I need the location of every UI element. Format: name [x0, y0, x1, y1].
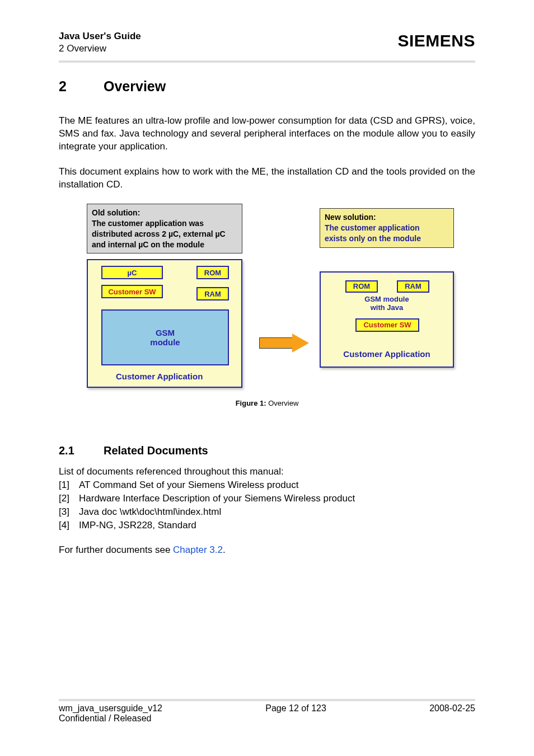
footer-center: Page 12 of 123 [265, 703, 326, 713]
figure-1: Old solution: The customer application w… [59, 204, 475, 388]
list-item: [4] IMP-NG, JSR228, Standard [59, 519, 475, 532]
old-note-line2: distributed across 2 µC, external µC [92, 229, 237, 240]
ref-text: AT Command Set of your Siemens Wireless … [79, 478, 298, 492]
paragraph-2: This document explains how to work with … [59, 166, 475, 191]
section-heading: 2.1Related Documents [59, 444, 475, 457]
gsm-java-line1: GSM module [321, 295, 453, 304]
new-note-line2: exists only on the module [325, 233, 449, 244]
gsm-java-line2: with Java [321, 303, 453, 312]
old-note-line3: and internal µC on the module [92, 240, 237, 250]
gsm-module-chip: GSM module [101, 309, 229, 365]
section-title: Related Documents [104, 444, 208, 457]
new-solution-note: New solution: The customer application e… [320, 208, 454, 248]
ref-index: [1] [59, 478, 79, 492]
brand-logo: SIEMENS [397, 30, 475, 50]
ref-index: [3] [59, 505, 79, 519]
figure-caption: Figure 1: Overview [59, 399, 475, 407]
list-item: [1] AT Command Set of your Siemens Wirel… [59, 478, 475, 492]
old-note-line1: The customer application was [92, 218, 237, 229]
figure-caption-text: Overview [266, 399, 299, 407]
list-intro: List of documents referenced throughout … [59, 466, 475, 477]
ref-text: Java doc \wtk\doc\html\index.html [79, 505, 221, 519]
ref-text: IMP-NG, JSR228, Standard [79, 519, 196, 532]
section-number: 2.1 [59, 444, 104, 457]
footer-sub: Confidential / Released [59, 713, 475, 724]
chapter-link[interactable]: Chapter 3.2 [173, 544, 223, 555]
footer-left: wm_java_usersguide_v12 [59, 703, 162, 713]
list-item: [3] Java doc \wtk\doc\html\index.html [59, 505, 475, 519]
reference-list: [1] AT Command Set of your Siemens Wirel… [59, 478, 475, 532]
header-rule [59, 60, 475, 63]
new-solution-panel: ROM RAM GSM module with Java Customer SW… [320, 271, 454, 368]
further-docs: For further documents see Chapter 3.2. [59, 544, 475, 556]
rom-chip: ROM [196, 266, 229, 279]
new-note-title: New solution: [325, 212, 449, 223]
ram-chip: RAM [196, 287, 229, 300]
further-pre: For further documents see [59, 544, 173, 555]
ram-chip-new: RAM [397, 280, 429, 293]
list-item: [2] Hardware Interface Description of yo… [59, 492, 475, 505]
uc-chip: µC [101, 266, 163, 279]
old-solution-note: Old solution: The customer application w… [87, 204, 242, 254]
ref-index: [4] [59, 519, 79, 532]
paragraph-1: The ME features an ultra-low profile and… [59, 115, 475, 153]
further-post: . [223, 544, 226, 555]
gsm-java-label: GSM module with Java [321, 295, 453, 312]
chapter-number: 2 [59, 78, 104, 95]
page-footer: wm_java_usersguide_v12 Page 12 of 123 20… [59, 699, 475, 724]
old-note-title: Old solution: [92, 208, 237, 218]
footer-right: 2008-02-25 [429, 703, 475, 713]
customer-sw-chip: Customer SW [101, 285, 163, 298]
gsm-line2: module [150, 337, 180, 347]
figure-caption-bold: Figure 1: [236, 399, 266, 407]
ref-text: Hardware Interface Description of your S… [79, 492, 355, 505]
new-note-line1: The customer application [325, 223, 449, 233]
old-solution-panel: µC ROM Customer SW RAM GSM module Custom… [87, 259, 242, 388]
arrow-icon [259, 334, 313, 353]
doc-title: Java User's Guide [59, 30, 141, 43]
customer-app-label-new: Customer Application [321, 349, 453, 359]
chapter-title: Overview [104, 78, 166, 94]
ref-index: [2] [59, 492, 79, 505]
customer-app-label: Customer Application [116, 372, 203, 381]
chapter-heading: 2Overview [59, 78, 475, 95]
doc-section: 2 Overview [59, 43, 141, 55]
rom-chip-new: ROM [345, 280, 378, 293]
footer-rule [59, 699, 475, 701]
header-left: Java User's Guide 2 Overview [59, 30, 141, 55]
customer-sw-chip-new: Customer SW [355, 318, 419, 332]
gsm-line1: GSM [156, 328, 175, 337]
